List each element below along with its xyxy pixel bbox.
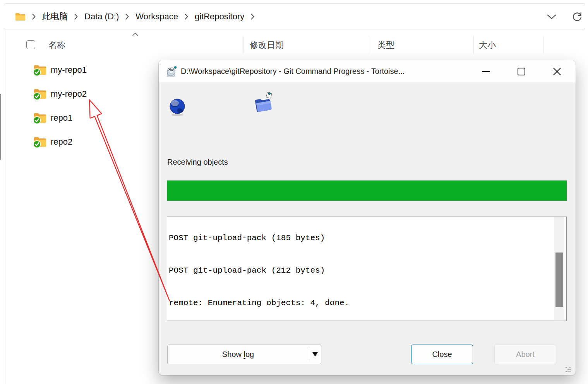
dialog-title-bar[interactable]: D:\Workspace\gitRepository - Git Command… xyxy=(159,60,576,82)
resize-grip[interactable] xyxy=(566,367,571,372)
log-scrollbar-thumb[interactable] xyxy=(555,253,563,307)
local-folder-icon xyxy=(253,92,274,114)
file-name: my-repo1 xyxy=(51,65,87,75)
triangle-down-icon[interactable] xyxy=(312,352,318,357)
breadcrumb-item-this-pc[interactable]: 此电脑 xyxy=(42,11,68,22)
maximize-button[interactable] xyxy=(513,60,530,82)
progress-stage-label: Receiving objects xyxy=(167,158,228,167)
column-separator[interactable] xyxy=(243,36,243,54)
address-dropdown-button[interactable] xyxy=(543,4,560,30)
tortoisegit-icon xyxy=(165,66,177,77)
show-log-label: Show xyxy=(222,350,244,358)
git-command-progress-dialog: D:\Workspace\gitRepository - Git Command… xyxy=(159,60,576,375)
file-name: my-repo2 xyxy=(51,89,87,99)
chevron-right-icon xyxy=(74,14,78,20)
select-all-checkbox[interactable] xyxy=(26,40,35,49)
column-header-date-modified[interactable]: 修改日期 xyxy=(250,39,284,51)
minimize-icon xyxy=(482,71,490,72)
pane-divider xyxy=(5,31,5,384)
abort-button[interactable]: Abort xyxy=(494,345,556,364)
breadcrumb-item-workspace[interactable]: Workspace xyxy=(135,12,178,22)
column-header-size[interactable]: 大小 xyxy=(479,39,496,51)
git-clean-folder-icon xyxy=(33,88,47,100)
column-separator[interactable] xyxy=(473,36,474,54)
log-line: remote: Enumerating objects: 4, done. xyxy=(169,298,553,309)
folder-icon xyxy=(15,12,26,21)
log-scrollbar-track[interactable] xyxy=(554,217,564,320)
log-scroll-area[interactable]: POST git-upload-pack (185 bytes) POST gi… xyxy=(169,217,553,321)
column-header-type[interactable]: 类型 xyxy=(377,39,394,51)
refresh-button[interactable] xyxy=(569,4,586,30)
show-log-label-rest: og xyxy=(245,350,254,358)
maximize-icon xyxy=(518,68,525,75)
minimize-button[interactable] xyxy=(477,60,495,82)
breadcrumb: 此电脑 Data (D:) Workspace gitRepository xyxy=(15,11,254,22)
git-clean-folder-icon xyxy=(33,64,47,76)
close-window-button[interactable] xyxy=(548,60,566,82)
log-line: POST git-upload-pack (212 bytes) xyxy=(169,265,553,276)
split-button-divider xyxy=(309,347,309,362)
file-row-my-repo1[interactable]: my-repo1 xyxy=(33,63,87,77)
git-clean-folder-icon xyxy=(33,136,47,148)
left-scrollbar-thumb[interactable] xyxy=(0,94,1,160)
resize-grip-dots xyxy=(566,367,567,368)
chevron-right-icon xyxy=(32,14,36,20)
sort-ascending-icon xyxy=(132,32,139,36)
refresh-icon xyxy=(572,12,583,22)
file-name: repo2 xyxy=(51,137,72,147)
column-header-name[interactable]: 名称 xyxy=(48,39,65,51)
show-log-button[interactable]: Show log xyxy=(167,345,321,364)
git-clean-folder-icon xyxy=(33,112,47,124)
close-button[interactable]: Close xyxy=(411,345,473,364)
chevron-right-icon xyxy=(251,14,254,20)
chevron-right-icon xyxy=(185,14,188,20)
file-row-repo2[interactable]: repo2 xyxy=(33,135,72,149)
chevron-down-icon xyxy=(547,14,556,19)
dialog-title: D:\Workspace\gitRepository - Git Command… xyxy=(181,67,405,76)
breadcrumb-item-drive-d[interactable]: Data (D:) xyxy=(84,12,119,22)
address-bar[interactable]: 此电脑 Data (D:) Workspace gitRepository xyxy=(4,3,585,29)
command-log-output[interactable]: POST git-upload-pack (185 bytes) POST gi… xyxy=(167,217,567,321)
log-line: POST git-upload-pack (185 bytes) xyxy=(169,233,553,244)
progress-bar-fill xyxy=(167,181,567,201)
column-separator[interactable] xyxy=(543,36,543,54)
chevron-right-icon xyxy=(125,14,129,20)
progress-bar xyxy=(167,180,567,201)
breadcrumb-item-gitrepository[interactable]: gitRepository xyxy=(195,12,244,22)
remote-globe-icon xyxy=(169,98,185,116)
file-row-my-repo2[interactable]: my-repo2 xyxy=(33,87,87,101)
file-row-repo1[interactable]: repo1 xyxy=(33,111,72,125)
close-icon xyxy=(553,67,561,76)
file-name: repo1 xyxy=(51,113,72,123)
column-separator[interactable] xyxy=(369,36,369,54)
